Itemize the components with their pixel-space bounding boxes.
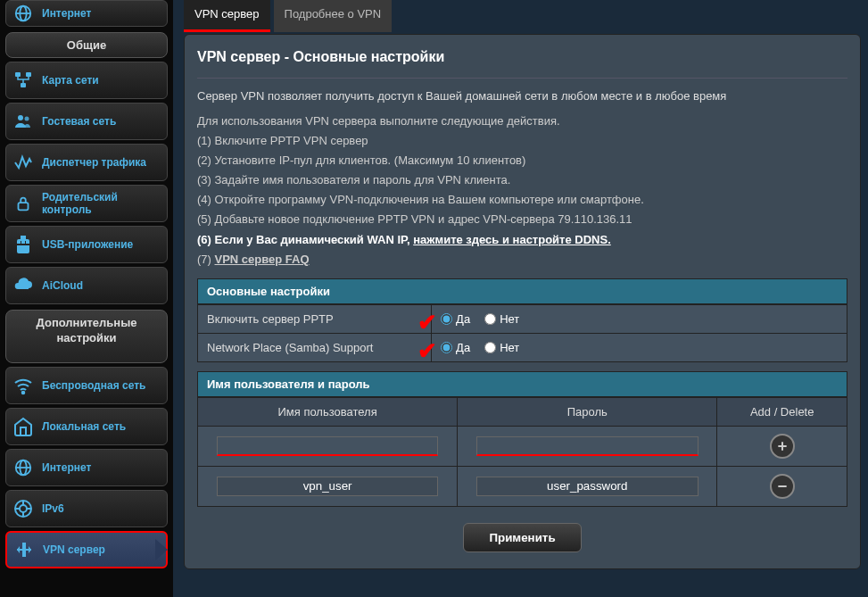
sidebar-item-label: Интернет <box>42 461 91 474</box>
svg-rect-3 <box>26 72 31 77</box>
traffic-manager-icon <box>12 151 35 174</box>
internet-icon <box>12 2 35 25</box>
sidebar-item-label: Интернет <box>42 7 91 20</box>
userpass-header: Имя пользователя и пароль <box>197 371 847 397</box>
label-no: Нет <box>500 312 519 326</box>
page-description: Сервер VPN позволяет получить доступ к В… <box>197 89 847 103</box>
label-samba-support: Network Place (Samba) Support <box>198 333 432 361</box>
step-5: (5) Добавьте новое подключение PPTP VPN … <box>197 210 847 229</box>
checkmark-icon: ✔ <box>417 309 437 336</box>
faq-link[interactable]: VPN сервер FAQ <box>215 253 310 266</box>
input-new-password[interactable] <box>476 436 699 456</box>
basic-settings-header: Основные настройки <box>197 278 847 304</box>
tab-vpn-more[interactable]: Подробнее о VPN <box>274 0 393 32</box>
sidebar-item-label: Локальная сеть <box>42 420 126 433</box>
input-password[interactable] <box>476 477 699 496</box>
step-4: (4) Откройте программу VPN-подключения н… <box>197 190 847 210</box>
guest-network-icon <box>12 110 35 133</box>
sidebar-section-advanced: Дополнительные настройки <box>5 310 168 363</box>
svg-rect-2 <box>15 72 21 77</box>
svg-rect-7 <box>19 203 29 210</box>
aicloud-icon <box>12 274 35 297</box>
svg-rect-4 <box>21 83 26 87</box>
col-add-delete: Add / Delete <box>717 397 847 426</box>
step-7-prefix: (7) <box>197 253 215 266</box>
table-row-new <box>198 426 847 466</box>
main-panel: VPN сервер - Основные настройки Сервер V… <box>184 34 861 569</box>
sidebar-section-general: Общие <box>5 32 168 58</box>
input-new-username[interactable] <box>217 436 439 456</box>
sidebar-item-guest-network[interactable]: Гостевая сеть <box>5 103 168 140</box>
sidebar-item-traffic-manager[interactable]: Диспетчер трафика <box>5 144 168 181</box>
divider <box>197 78 847 79</box>
sidebar-item-network-map[interactable]: Карта сети <box>5 62 168 99</box>
radio-pptp-yes[interactable] <box>441 313 452 325</box>
delete-button[interactable] <box>770 474 795 499</box>
page-intro: Для использования VPN сервера выполните … <box>197 112 847 131</box>
sidebar-item-vpn[interactable]: VPN сервер <box>5 531 168 568</box>
vpn-icon <box>12 538 36 561</box>
sidebar-item-parental-control[interactable]: Родительский контроль <box>5 185 168 222</box>
step-3: (3) Задайте имя пользователя и пароль дл… <box>197 170 847 190</box>
svg-point-12 <box>20 505 27 512</box>
sidebar-item-usb-app[interactable]: USB-приложение <box>5 226 168 263</box>
label-yes: Да <box>456 341 470 354</box>
col-username: Имя пользователя <box>198 397 458 426</box>
radio-samba-yes[interactable] <box>441 342 452 353</box>
ddns-link[interactable]: нажмите здесь и настройте DDNS. <box>413 233 611 246</box>
step-2: (2) Установите IP-пул для клиентов. (Мак… <box>197 151 847 170</box>
svg-point-8 <box>22 391 25 394</box>
checkmark-icon: ✔ <box>417 337 437 365</box>
sidebar-item-label: Карта сети <box>42 74 99 87</box>
step-6: (6) Если у Вас динамический WAN IP, нажм… <box>197 230 847 250</box>
ipv6-icon <box>12 497 35 520</box>
wifi-icon <box>12 374 35 397</box>
sidebar-item-wireless[interactable]: Беспроводная сеть <box>5 367 168 404</box>
usb-app-icon <box>12 233 35 256</box>
tab-vpn-server[interactable]: VPN сервер <box>184 0 270 32</box>
svg-point-5 <box>18 115 23 120</box>
internet-icon <box>12 456 35 479</box>
label-yes: Да <box>456 312 470 326</box>
step-1: (1) Включите PPTP VPN сервер <box>197 131 847 151</box>
step-6-text: (6) Если у Вас динамический WAN IP, <box>197 233 413 246</box>
step-7: (7) VPN сервер FAQ <box>197 250 847 269</box>
network-map-icon <box>12 69 35 92</box>
add-button[interactable] <box>770 434 795 459</box>
svg-point-6 <box>25 117 29 121</box>
sidebar-item-label: Гостевая сеть <box>42 115 116 128</box>
col-password: Пароль <box>458 397 717 426</box>
table-row <box>198 466 847 506</box>
sidebar-item-ipv6[interactable]: IPv6 <box>5 490 168 527</box>
parental-control-icon <box>12 192 35 215</box>
label-no: Нет <box>500 341 519 354</box>
label-enable-pptp: Включить сервер PPTP <box>198 304 432 333</box>
sidebar-item-label: VPN сервер <box>43 543 105 556</box>
sidebar-item-lan[interactable]: Локальная сеть <box>5 408 168 445</box>
lan-icon <box>12 415 35 438</box>
sidebar-item-label: AiCloud <box>42 279 83 292</box>
page-title: VPN сервер - Основные настройки <box>197 46 847 72</box>
sidebar-item-label: USB-приложение <box>42 238 133 251</box>
apply-button[interactable]: Применить <box>463 523 581 552</box>
sidebar-item-label: Родительский контроль <box>42 191 161 216</box>
sidebar-item-label: IPv6 <box>42 502 64 515</box>
sidebar-item-internet-top[interactable]: Интернет <box>5 0 168 27</box>
input-username[interactable] <box>217 477 439 496</box>
sidebar-item-label: Диспетчер трафика <box>42 156 146 169</box>
sidebar-item-internet[interactable]: Интернет <box>5 449 168 486</box>
sidebar-item-label: Беспроводная сеть <box>42 379 145 392</box>
sidebar-item-aicloud[interactable]: AiCloud <box>5 267 168 304</box>
radio-pptp-no[interactable] <box>484 313 496 325</box>
radio-samba-no[interactable] <box>484 342 496 353</box>
